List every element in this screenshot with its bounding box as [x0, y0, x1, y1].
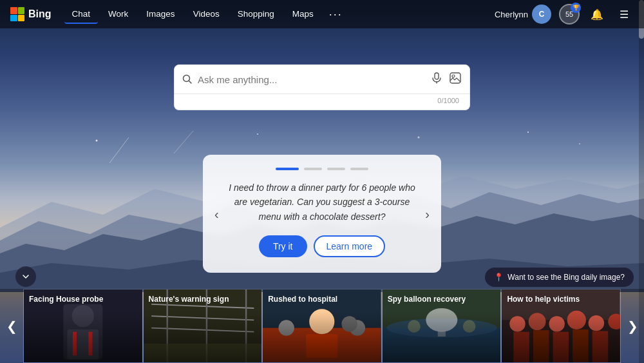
notifications-button[interactable]: 🔔 — [587, 5, 607, 24]
location-icon: 📍 — [494, 273, 504, 282]
card-next-button[interactable]: › — [420, 204, 435, 224]
dot-1[interactable] — [276, 168, 299, 170]
microsoft-logo-grid — [10, 7, 24, 21]
svg-point-16 — [452, 75, 455, 77]
card-dots-indicator — [223, 168, 421, 170]
news-card-3[interactable]: Rushed to hospital — [262, 289, 382, 363]
dot-4[interactable] — [350, 168, 368, 170]
nav-links: Chat Work Images Videos Shopping Maps ··… — [64, 5, 495, 24]
user-avatar: C — [532, 5, 551, 24]
news-card-title-3: Rushed to hospital — [268, 295, 376, 305]
chevron-left-icon: ❮ — [6, 319, 17, 334]
news-strip: ❮ Facing House probe — [0, 289, 644, 363]
news-card-2[interactable]: Nature's warning sign — [143, 289, 263, 363]
dot-2[interactable] — [304, 168, 322, 170]
search-container: 0/1000 — [174, 64, 470, 110]
nav-right-section: Cherlynn C 55 🏆 🔔 ☰ — [495, 4, 634, 25]
learn-more-button[interactable]: Learn more — [314, 235, 386, 257]
nav-more-button[interactable]: ··· — [324, 5, 348, 24]
search-box — [174, 64, 470, 94]
news-next-button[interactable]: ❯ — [621, 289, 644, 363]
news-prev-button[interactable]: ❮ — [0, 289, 23, 363]
nav-shopping[interactable]: Shopping — [230, 5, 282, 24]
nav-videos[interactable]: Videos — [185, 5, 227, 24]
user-profile-section[interactable]: Cherlynn C — [495, 5, 551, 24]
daily-image-label: Want to see the Bing daily image? — [507, 273, 625, 282]
try-it-button[interactable]: Try it — [259, 235, 307, 257]
char-count: 0/1000 — [437, 97, 459, 104]
chevron-right-icon: ❯ — [627, 319, 638, 334]
nav-chat[interactable]: Chat — [64, 5, 99, 24]
settings-button[interactable]: ☰ — [614, 5, 634, 24]
microphone-icon[interactable] — [431, 72, 442, 87]
svg-rect-13 — [435, 73, 439, 79]
prompt-text: I need to throw a dinner party for 6 peo… — [223, 181, 421, 224]
card-prev-button[interactable]: ‹ — [209, 204, 224, 224]
svg-rect-15 — [450, 73, 460, 83]
brand-name: Bing — [28, 8, 52, 20]
expand-button[interactable] — [15, 266, 36, 287]
news-card-title-5: How to help victims — [507, 295, 615, 305]
reward-badge[interactable]: 55 🏆 — [559, 4, 580, 25]
image-search-icon[interactable] — [449, 72, 462, 88]
nav-maps[interactable]: Maps — [285, 5, 321, 24]
prompt-card: ‹ › I need to throw a dinner party for 6… — [203, 155, 441, 273]
news-card-1[interactable]: Facing House probe — [23, 289, 143, 363]
nav-images[interactable]: Images — [138, 5, 182, 24]
card-action-buttons: Try it Learn more — [223, 235, 421, 257]
bing-logo[interactable]: Bing — [10, 7, 52, 21]
nav-work[interactable]: Work — [100, 5, 136, 24]
dot-3[interactable] — [327, 168, 345, 170]
svg-line-12 — [189, 81, 192, 84]
user-name-label: Cherlynn — [495, 10, 528, 19]
news-card-title-1: Facing House probe — [29, 295, 137, 305]
search-right-icons — [431, 72, 462, 88]
daily-image-banner[interactable]: 📍 Want to see the Bing daily image? — [485, 268, 634, 287]
news-card-title-2: Nature's warning sign — [149, 295, 257, 305]
news-card-title-4: Spy balloon recovery — [388, 295, 496, 305]
news-card-5[interactable]: How to help victims — [501, 289, 621, 363]
reward-icon: 🏆 — [571, 3, 581, 13]
search-char-count-bar: 0/1000 — [174, 94, 470, 110]
navbar: Bing Chat Work Images Videos Shopping Ma… — [0, 0, 644, 28]
news-cards-container: Facing House probe Nature's warning sign — [23, 289, 621, 363]
news-card-4[interactable]: Spy balloon recovery — [382, 289, 502, 363]
search-input[interactable] — [198, 74, 426, 85]
search-icon — [182, 74, 193, 84]
